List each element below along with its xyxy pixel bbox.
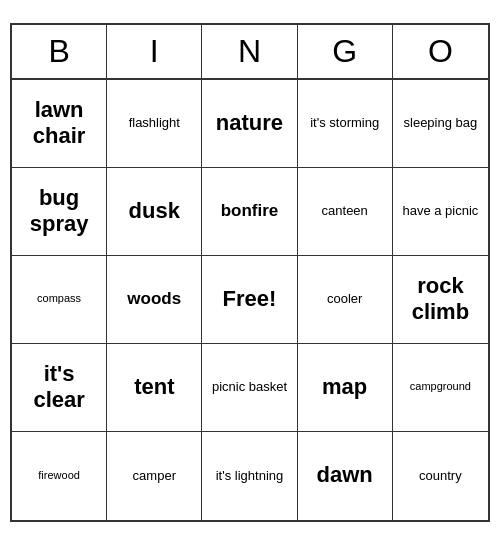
- bingo-cell-20: firewood: [12, 432, 107, 520]
- cell-text-0: lawn chair: [16, 97, 102, 150]
- bingo-cell-15: it's clear: [12, 344, 107, 432]
- cell-text-13: cooler: [327, 291, 362, 307]
- bingo-header: BINGO: [12, 25, 488, 80]
- header-letter-b: B: [12, 25, 107, 78]
- bingo-cell-10: compass: [12, 256, 107, 344]
- bingo-cell-21: camper: [107, 432, 202, 520]
- cell-text-15: it's clear: [16, 361, 102, 414]
- cell-text-12: Free!: [223, 286, 277, 312]
- cell-text-7: bonfire: [221, 201, 279, 221]
- bingo-cell-23: dawn: [298, 432, 393, 520]
- cell-text-11: woods: [127, 289, 181, 309]
- bingo-cell-22: it's lightning: [202, 432, 297, 520]
- header-letter-n: N: [202, 25, 297, 78]
- bingo-cell-0: lawn chair: [12, 80, 107, 168]
- bingo-cell-13: cooler: [298, 256, 393, 344]
- cell-text-4: sleeping bag: [404, 115, 478, 131]
- bingo-cell-4: sleeping bag: [393, 80, 488, 168]
- bingo-cell-1: flashlight: [107, 80, 202, 168]
- cell-text-3: it's storming: [310, 115, 379, 131]
- cell-text-21: camper: [133, 468, 176, 484]
- cell-text-9: have a picnic: [402, 203, 478, 219]
- cell-text-19: campground: [410, 380, 471, 393]
- cell-text-22: it's lightning: [216, 468, 284, 484]
- cell-text-5: bug spray: [16, 185, 102, 238]
- bingo-cell-24: country: [393, 432, 488, 520]
- bingo-cell-19: campground: [393, 344, 488, 432]
- bingo-cell-14: rock climb: [393, 256, 488, 344]
- header-letter-g: G: [298, 25, 393, 78]
- header-letter-o: O: [393, 25, 488, 78]
- cell-text-18: map: [322, 374, 367, 400]
- cell-text-17: picnic basket: [212, 379, 287, 395]
- cell-text-20: firewood: [38, 469, 80, 482]
- cell-text-1: flashlight: [129, 115, 180, 131]
- cell-text-24: country: [419, 468, 462, 484]
- bingo-card: BINGO lawn chairflashlightnatureit's sto…: [10, 23, 490, 522]
- header-letter-i: I: [107, 25, 202, 78]
- bingo-cell-8: canteen: [298, 168, 393, 256]
- cell-text-16: tent: [134, 374, 174, 400]
- cell-text-2: nature: [216, 110, 283, 136]
- bingo-cell-3: it's storming: [298, 80, 393, 168]
- bingo-cell-17: picnic basket: [202, 344, 297, 432]
- bingo-cell-9: have a picnic: [393, 168, 488, 256]
- bingo-cell-6: dusk: [107, 168, 202, 256]
- bingo-cell-16: tent: [107, 344, 202, 432]
- bingo-cell-5: bug spray: [12, 168, 107, 256]
- cell-text-14: rock climb: [397, 273, 484, 326]
- bingo-grid: lawn chairflashlightnatureit's stormings…: [12, 80, 488, 520]
- bingo-cell-18: map: [298, 344, 393, 432]
- cell-text-10: compass: [37, 292, 81, 305]
- bingo-cell-11: woods: [107, 256, 202, 344]
- bingo-cell-12: Free!: [202, 256, 297, 344]
- bingo-cell-2: nature: [202, 80, 297, 168]
- bingo-cell-7: bonfire: [202, 168, 297, 256]
- cell-text-23: dawn: [317, 462, 373, 488]
- cell-text-8: canteen: [322, 203, 368, 219]
- cell-text-6: dusk: [129, 198, 180, 224]
